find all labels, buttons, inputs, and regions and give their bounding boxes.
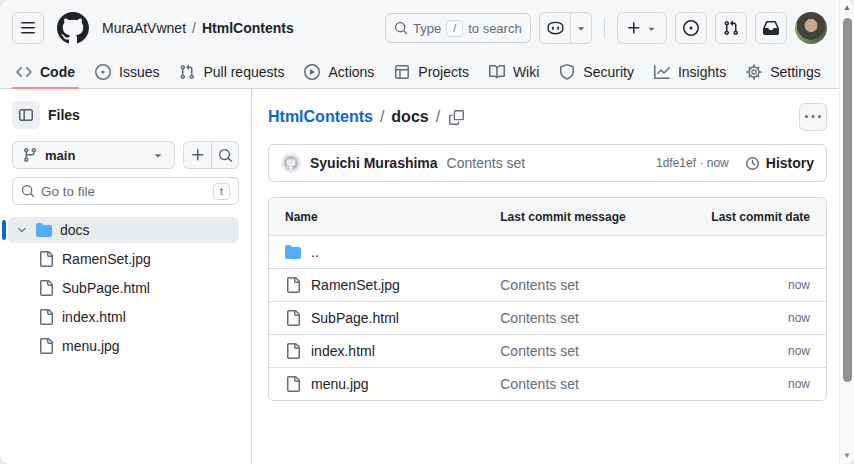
hamburger-menu-button[interactable] bbox=[12, 12, 44, 44]
new-file-button[interactable] bbox=[184, 142, 211, 168]
issue-opened-icon bbox=[683, 20, 699, 36]
user-avatar[interactable] bbox=[795, 12, 827, 44]
global-header: MuraAtVwnet / HtmlContents Type / to sea… bbox=[0, 0, 854, 56]
go-to-file-box: t bbox=[12, 177, 239, 205]
file-icon bbox=[38, 309, 54, 325]
file-name-link[interactable]: SubPage.html bbox=[285, 310, 500, 326]
tab-label: Insights bbox=[678, 64, 726, 80]
tree-file-indexhtml[interactable]: index.html bbox=[8, 304, 239, 330]
commit-message-link[interactable]: Contents set bbox=[500, 376, 690, 392]
tab-projects[interactable]: Projects bbox=[386, 56, 477, 88]
tab-actions[interactable]: Actions bbox=[296, 56, 382, 88]
global-search-input[interactable]: Type / to search bbox=[385, 13, 531, 43]
plus-icon bbox=[626, 20, 642, 36]
breadcrumb-repo-link[interactable]: HtmlContents bbox=[268, 108, 373, 126]
go-to-file-input[interactable] bbox=[41, 184, 207, 199]
collapse-sidebar-button[interactable] bbox=[12, 101, 40, 129]
history-clock-icon bbox=[745, 156, 760, 171]
tab-wiki[interactable]: Wiki bbox=[481, 56, 547, 88]
commit-time: now bbox=[707, 156, 729, 170]
tree-file-menujpg[interactable]: menu.jpg bbox=[8, 333, 239, 359]
files-sidebar: Files main t bbox=[0, 89, 252, 464]
tab-pull-requests[interactable]: Pull requests bbox=[171, 56, 292, 88]
commit-sha-time[interactable]: 1dfe1ef · now bbox=[656, 156, 729, 170]
play-icon bbox=[304, 64, 320, 80]
file-table: Name Last commit message Last commit dat… bbox=[268, 197, 827, 401]
book-icon bbox=[489, 64, 505, 80]
copilot-split-button bbox=[539, 12, 592, 44]
owner-link[interactable]: MuraAtVwnet bbox=[102, 20, 186, 36]
search-icon bbox=[218, 148, 233, 163]
commit-sha: 1dfe1ef bbox=[656, 156, 696, 170]
branch-row: main bbox=[12, 141, 239, 169]
tree-file-subpagehtml[interactable]: SubPage.html bbox=[8, 275, 239, 301]
breadcrumb-separator: / bbox=[380, 108, 384, 126]
tree-file-ramensetjpg[interactable]: RamenSet.jpg bbox=[8, 246, 239, 272]
file-name-link[interactable]: RamenSet.jpg bbox=[285, 277, 500, 293]
commit-author-avatar[interactable] bbox=[281, 153, 301, 173]
file-icon bbox=[38, 251, 54, 267]
tree-file-label: SubPage.html bbox=[62, 280, 150, 296]
file-table-header: Name Last commit message Last commit dat… bbox=[269, 198, 826, 235]
github-logo[interactable] bbox=[56, 11, 90, 45]
vertical-scrollbar[interactable]: ▲ ▼ bbox=[839, 0, 854, 464]
commit-author-name[interactable]: Syuichi Murashima bbox=[310, 155, 438, 171]
tab-label: Pull requests bbox=[203, 64, 284, 80]
file-icon bbox=[285, 277, 301, 293]
files-header: Files bbox=[12, 101, 239, 129]
tab-issues[interactable]: Issues bbox=[87, 56, 167, 88]
tab-label: Wiki bbox=[513, 64, 539, 80]
table-row[interactable]: RamenSet.jpg Contents set now bbox=[269, 268, 826, 301]
github-mark-icon bbox=[57, 12, 89, 44]
tab-security[interactable]: Security bbox=[551, 56, 642, 88]
branch-selector-button[interactable]: main bbox=[12, 141, 175, 169]
notifications-inbox-button[interactable] bbox=[755, 12, 787, 44]
copy-path-button[interactable] bbox=[449, 110, 464, 125]
file-name-link[interactable]: index.html bbox=[285, 343, 500, 359]
parent-directory-link[interactable]: .. bbox=[285, 244, 500, 260]
copilot-button[interactable] bbox=[540, 13, 571, 43]
copy-icon bbox=[449, 110, 464, 125]
chevron-down-icon bbox=[151, 148, 165, 162]
table-row[interactable]: menu.jpg Contents set now bbox=[269, 367, 826, 400]
chevron-down-icon bbox=[645, 22, 658, 35]
repo-link[interactable]: HtmlContents bbox=[202, 20, 294, 36]
pull-requests-dashboard-button[interactable] bbox=[715, 12, 747, 44]
commit-message[interactable]: Contents set bbox=[447, 155, 526, 171]
scroll-down-arrow[interactable]: ▼ bbox=[840, 452, 854, 460]
tab-label: Issues bbox=[119, 64, 159, 80]
commit-meta: 1dfe1ef · now History bbox=[656, 155, 814, 171]
tree-folder-docs[interactable]: docs bbox=[8, 217, 239, 243]
git-pull-request-icon bbox=[179, 64, 195, 80]
folder-icon bbox=[285, 244, 301, 260]
commit-message-link[interactable]: Contents set bbox=[500, 277, 690, 293]
more-options-button[interactable] bbox=[799, 103, 827, 131]
commit-date: now bbox=[690, 278, 810, 292]
commit-message-link[interactable]: Contents set bbox=[500, 310, 690, 326]
file-name-label: index.html bbox=[311, 343, 375, 359]
create-new-button[interactable] bbox=[617, 12, 667, 44]
slash-key-hint: / bbox=[446, 20, 463, 37]
graph-icon bbox=[654, 64, 670, 80]
table-row[interactable]: index.html Contents set now bbox=[269, 334, 826, 367]
active-indicator bbox=[2, 220, 6, 240]
scroll-up-arrow[interactable]: ▲ bbox=[840, 4, 854, 12]
search-tree-button[interactable] bbox=[211, 142, 238, 168]
copilot-dropdown-button[interactable] bbox=[571, 13, 591, 43]
file-name-link[interactable]: menu.jpg bbox=[285, 376, 500, 392]
github-mark-icon bbox=[284, 156, 298, 170]
tab-code[interactable]: Code bbox=[8, 56, 83, 88]
history-button[interactable]: History bbox=[745, 155, 814, 171]
parent-directory-row[interactable]: .. bbox=[269, 235, 826, 268]
search-placeholder-pre: Type bbox=[413, 21, 441, 36]
git-branch-icon bbox=[22, 147, 38, 163]
parent-directory-label: .. bbox=[311, 244, 319, 260]
commit-message-link[interactable]: Contents set bbox=[500, 343, 690, 359]
tab-insights[interactable]: Insights bbox=[646, 56, 734, 88]
tab-settings[interactable]: Settings bbox=[738, 56, 829, 88]
table-row[interactable]: SubPage.html Contents set now bbox=[269, 301, 826, 334]
scrollbar-thumb[interactable] bbox=[843, 18, 852, 382]
issues-dashboard-button[interactable] bbox=[675, 12, 707, 44]
commit-date: now bbox=[690, 311, 810, 325]
file-name-label: menu.jpg bbox=[311, 376, 369, 392]
